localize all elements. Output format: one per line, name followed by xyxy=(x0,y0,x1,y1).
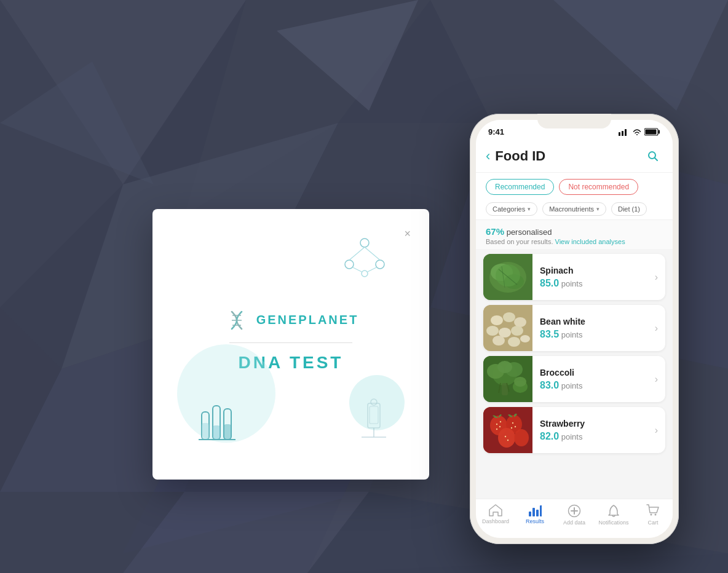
svg-line-25 xyxy=(368,267,376,272)
nav-label-dashboard: Dashboard xyxy=(482,518,509,524)
svg-point-58 xyxy=(503,312,515,322)
phone: 9:41 xyxy=(470,114,679,544)
svg-point-83 xyxy=(496,429,497,430)
svg-point-97 xyxy=(651,514,652,516)
molecule-decoration xyxy=(337,234,392,285)
food-info-bean-white: Bean white 83.5 points xyxy=(532,317,655,340)
nav-item-add-data[interactable]: Add data xyxy=(555,504,594,526)
food-score-value-bean-white: 83.5 xyxy=(540,329,559,339)
personalised-text: 67% personalised xyxy=(486,226,663,237)
battery-icon xyxy=(644,128,660,136)
app-header: ‹ Food ID xyxy=(476,140,673,173)
search-button[interactable] xyxy=(643,146,663,166)
food-score-bean-white: 83.5 points xyxy=(540,329,647,340)
chevron-right-icon: › xyxy=(655,323,665,334)
food-item-strawberry[interactable]: Strawberry 82.0 points › xyxy=(483,407,665,453)
food-item-broccoli[interactable]: Broccoli 83.0 points › xyxy=(483,356,665,402)
search-icon xyxy=(647,150,659,162)
brand-name-text: GENEPLANET xyxy=(256,313,359,327)
filter-categories[interactable]: Categories ▾ xyxy=(486,202,537,216)
bottom-nav: Dashboard Results xyxy=(476,499,673,538)
personalised-percentage: 67% xyxy=(486,226,504,237)
svg-rect-33 xyxy=(213,425,220,440)
tab-not-recommended[interactable]: Not recommended xyxy=(559,179,638,195)
svg-rect-46 xyxy=(646,130,657,135)
strawberry-thumbnail xyxy=(483,407,532,453)
svg-point-59 xyxy=(514,317,526,327)
food-info-spinach: Spinach 85.0 points xyxy=(532,266,655,289)
svg-point-62 xyxy=(511,326,523,336)
food-item-spinach[interactable]: Spinach 85.0 points › xyxy=(483,254,665,300)
food-score-label-bean-white: points xyxy=(561,330,583,339)
svg-point-20 xyxy=(376,260,384,269)
food-name-spinach: Spinach xyxy=(540,266,647,275)
close-button[interactable]: × xyxy=(404,227,411,240)
svg-line-22 xyxy=(349,247,365,260)
svg-line-48 xyxy=(655,158,658,161)
svg-point-18 xyxy=(360,239,369,247)
filter-macronutrients[interactable]: Macronutrients ▾ xyxy=(542,202,606,216)
status-time: 9:41 xyxy=(488,127,504,136)
nav-label-cart: Cart xyxy=(647,520,658,526)
nav-item-results[interactable]: Results xyxy=(515,504,555,526)
svg-point-70 xyxy=(497,361,512,373)
lab-icons xyxy=(196,400,257,449)
svg-point-87 xyxy=(511,427,512,429)
nav-label-results: Results xyxy=(526,518,544,524)
svg-point-19 xyxy=(345,260,354,269)
personalised-section: 67% personalised Based on your results. … xyxy=(476,220,673,249)
nav-item-cart[interactable]: Cart xyxy=(633,504,673,526)
spinach-thumbnail xyxy=(483,254,532,300)
based-results-label: Based on your results. xyxy=(486,238,553,245)
chevron-right-icon: › xyxy=(655,272,665,283)
svg-rect-32 xyxy=(202,423,209,440)
svg-rect-42 xyxy=(622,131,623,136)
home-icon xyxy=(489,504,502,516)
food-score-value-strawberry: 82.0 xyxy=(540,431,559,441)
back-button[interactable]: ‹ xyxy=(486,148,490,164)
tab-recommended[interactable]: Recommended xyxy=(486,179,554,195)
microscope-icon xyxy=(355,397,392,449)
dna-icon xyxy=(223,307,250,334)
bell-icon xyxy=(607,504,620,518)
svg-rect-41 xyxy=(619,132,620,136)
nav-item-notifications[interactable]: Notifications xyxy=(594,504,633,526)
food-score-label-spinach: points xyxy=(561,279,583,288)
svg-rect-90 xyxy=(529,512,531,516)
food-info-broccoli: Broccoli 83.0 points xyxy=(532,368,655,391)
food-score-label-broccoli: points xyxy=(561,381,583,390)
svg-rect-91 xyxy=(532,508,535,516)
svg-point-57 xyxy=(491,315,503,325)
based-text: Based on your results. View included ana… xyxy=(486,238,663,245)
svg-point-64 xyxy=(508,337,520,347)
svg-point-63 xyxy=(493,336,505,346)
svg-point-85 xyxy=(512,422,513,424)
food-info-strawberry: Strawberry 82.0 points xyxy=(532,419,655,442)
page-title: Food ID xyxy=(495,148,643,164)
product-box: × xyxy=(152,209,429,480)
food-score-broccoli: 83.0 points xyxy=(540,380,647,391)
wifi-icon xyxy=(632,128,642,136)
phone-body: 9:41 xyxy=(470,114,679,544)
svg-point-80 xyxy=(514,429,529,446)
svg-point-89 xyxy=(507,440,508,441)
food-score-spinach: 85.0 points xyxy=(540,278,647,289)
svg-point-53 xyxy=(496,264,520,286)
svg-point-40 xyxy=(371,399,377,405)
svg-rect-34 xyxy=(224,424,231,440)
svg-rect-92 xyxy=(536,510,539,516)
filter-macronutrients-label: Macronutrients xyxy=(549,205,594,213)
filters-section: Categories ▾ Macronutrients ▾ Diet (1) xyxy=(476,199,673,220)
svg-point-88 xyxy=(505,436,506,437)
svg-point-65 xyxy=(520,335,530,342)
view-analyses-link[interactable]: View included analyses xyxy=(555,238,625,245)
nav-label-notifications: Notifications xyxy=(598,520,628,526)
svg-point-60 xyxy=(486,326,499,336)
svg-point-82 xyxy=(499,426,501,427)
food-item-bean-white[interactable]: Bean white 83.5 points › xyxy=(483,305,665,351)
svg-point-79 xyxy=(498,428,515,448)
food-image-strawberry xyxy=(483,407,532,453)
nav-item-dashboard[interactable]: Dashboard xyxy=(476,504,515,526)
svg-point-21 xyxy=(362,271,368,277)
filter-diet[interactable]: Diet (1) xyxy=(611,202,647,216)
